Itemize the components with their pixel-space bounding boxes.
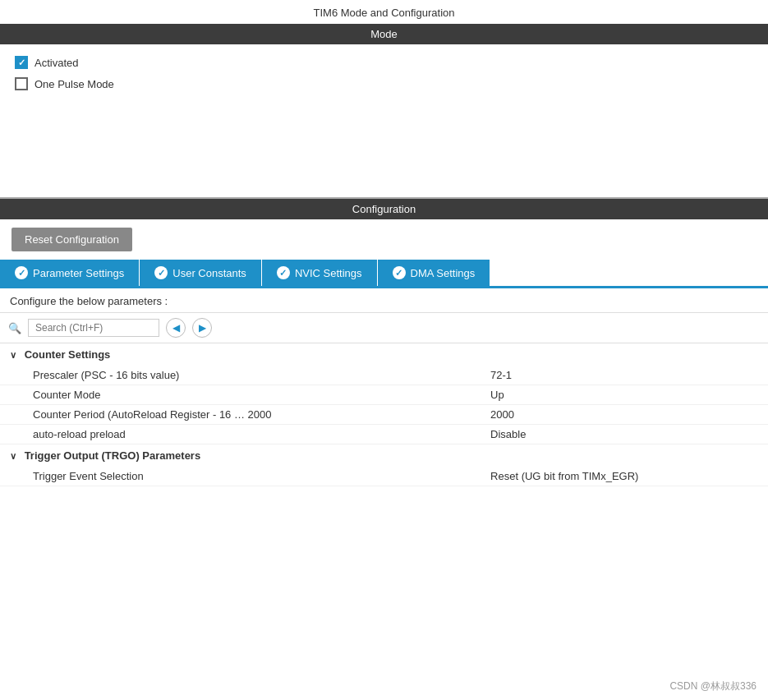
one-pulse-checkbox[interactable] — [15, 77, 28, 90]
activated-checkbox[interactable]: ✓ — [15, 56, 28, 69]
trigger-output-label: Trigger Output (TRGO) Parameters — [25, 449, 201, 462]
nav-next-button[interactable]: ▶ — [192, 318, 212, 338]
param-counter-period-value: 2000 — [458, 405, 768, 425]
page-title: TIM6 Mode and Configuration — [0, 0, 768, 24]
tab-parameter-settings-label: Parameter Settings — [33, 267, 124, 279]
activated-row: ✓ Activated — [15, 56, 753, 69]
watermark: CSDN @林叔叔336 — [669, 679, 757, 693]
param-counter-mode-name: Counter Mode — [0, 385, 458, 405]
nav-prev-button[interactable]: ◀ — [166, 318, 186, 338]
user-constants-tab-icon: ✓ — [154, 266, 168, 279]
param-prescaler: Prescaler (PSC - 16 bits value) 72-1 — [0, 366, 768, 385]
group-trigger-output[interactable]: ∨ Trigger Output (TRGO) Parameters — [0, 444, 768, 467]
tab-parameter-settings[interactable]: ✓ Parameter Settings — [0, 260, 140, 286]
tabs-row: ✓ Parameter Settings ✓ User Constants ✓ … — [0, 260, 768, 288]
tab-dma-settings[interactable]: ✓ DMA Settings — [378, 260, 491, 286]
param-trigger-event-value: Reset (UG bit from TIMx_EGR) — [458, 467, 768, 486]
group-counter-settings[interactable]: ∨ Counter Settings — [0, 343, 768, 366]
config-hint: Configure the below parameters : — [0, 288, 768, 313]
config-section-header: Configuration — [0, 199, 768, 219]
tab-nvic-settings-label: NVIC Settings — [295, 267, 362, 279]
one-pulse-row: One Pulse Mode — [15, 77, 753, 90]
tab-dma-settings-label: DMA Settings — [411, 267, 476, 279]
search-row: 🔍 ◀ ▶ — [0, 313, 768, 343]
config-section: Reset Configuration ✓ Parameter Settings… — [0, 219, 768, 486]
main-container: TIM6 Mode and Configuration Mode ✓ Activ… — [0, 0, 768, 700]
param-prescaler-name: Prescaler (PSC - 16 bits value) — [0, 366, 458, 385]
param-counter-period: Counter Period (AutoReload Register - 16… — [0, 405, 768, 425]
dma-settings-tab-icon: ✓ — [393, 266, 406, 279]
search-icon: 🔍 — [8, 322, 21, 334]
activated-label: Activated — [34, 57, 78, 69]
param-trigger-event: Trigger Event Selection Reset (UG bit fr… — [0, 467, 768, 486]
param-auto-reload-value: Disable — [458, 425, 768, 444]
mode-section: ✓ Activated One Pulse Mode — [0, 44, 768, 199]
nvic-settings-tab-icon: ✓ — [277, 266, 290, 279]
counter-settings-toggle: ∨ — [10, 350, 16, 360]
reset-configuration-button[interactable]: Reset Configuration — [11, 228, 132, 251]
tab-user-constants[interactable]: ✓ User Constants — [140, 260, 262, 286]
param-auto-reload: auto-reload preload Disable — [0, 425, 768, 444]
one-pulse-label: One Pulse Mode — [34, 78, 114, 90]
param-trigger-event-name: Trigger Event Selection — [0, 467, 458, 486]
param-auto-reload-name: auto-reload preload — [0, 425, 458, 444]
mode-section-header: Mode — [0, 24, 768, 44]
tab-user-constants-label: User Constants — [172, 267, 246, 279]
reset-btn-area: Reset Configuration — [0, 219, 768, 260]
param-prescaler-value: 72-1 — [458, 366, 768, 385]
param-counter-mode-value: Up — [458, 385, 768, 405]
counter-settings-label: Counter Settings — [25, 348, 111, 361]
search-input[interactable] — [28, 319, 159, 337]
parameter-settings-tab-icon: ✓ — [15, 266, 28, 279]
params-table: ∨ Counter Settings Prescaler (PSC - 16 b… — [0, 343, 768, 486]
tab-nvic-settings[interactable]: ✓ NVIC Settings — [262, 260, 378, 286]
trigger-output-toggle: ∨ — [10, 451, 16, 461]
param-counter-mode: Counter Mode Up — [0, 385, 768, 405]
param-counter-period-name: Counter Period (AutoReload Register - 16… — [0, 405, 458, 425]
activated-checkmark: ✓ — [18, 58, 25, 67]
